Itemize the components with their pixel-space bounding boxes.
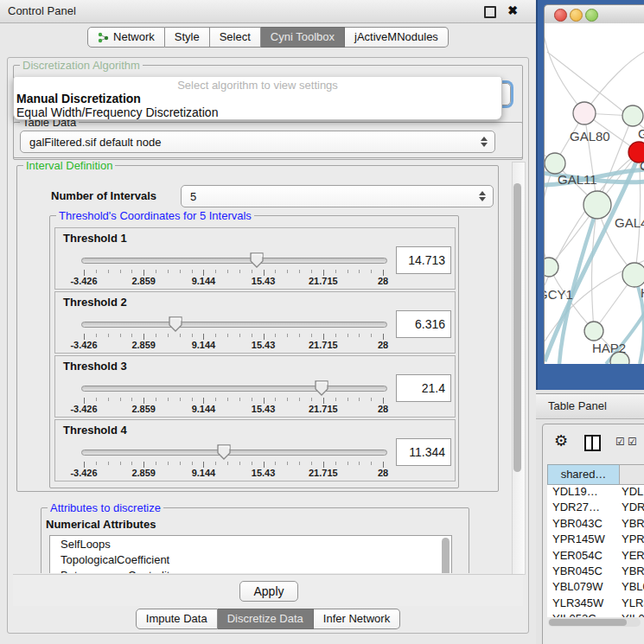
column-header-shared-name[interactable]: shared… (547, 464, 620, 485)
tab-label: Style (175, 29, 200, 46)
network-window-titlebar[interactable] (544, 4, 644, 25)
apply-button[interactable]: Apply (239, 581, 298, 602)
slider-thumb[interactable] (249, 252, 265, 269)
tick-mark (192, 270, 193, 273)
float-window-icon[interactable] (484, 6, 496, 18)
gear-icon[interactable]: ⚙ (554, 433, 568, 449)
network-node-green[interactable] (584, 322, 603, 341)
tab-network[interactable]: Network (87, 27, 165, 48)
cell-shared-name: YER054C (552, 549, 603, 562)
tick-label: 28 (378, 276, 388, 286)
tick-mark (192, 334, 193, 337)
slider-track[interactable] (81, 450, 387, 456)
threshold-value-input[interactable] (396, 310, 451, 338)
close-icon[interactable]: ✖ (507, 3, 518, 17)
slider-track[interactable] (81, 258, 387, 264)
node-label: GCY1 (545, 287, 573, 302)
tick-mark (168, 270, 169, 273)
tick-mark (359, 462, 360, 465)
tick-mark (359, 398, 360, 401)
scrollbar-thumb[interactable] (513, 183, 521, 472)
tick-label: 21.715 (309, 340, 338, 350)
bottom-tab-bar: Impute DataDiscretize DataInfer Network (0, 609, 536, 629)
tab-discretize-data[interactable]: Discretize Data (218, 609, 314, 629)
cell-shared-name: YBL079W (552, 580, 603, 593)
table-row[interactable]: YBR043CYBR0 (547, 517, 644, 532)
tick-label: 2.859 (131, 404, 156, 414)
table-data-combo-value: galFiltered.sif default node (29, 136, 161, 149)
network-node-green[interactable] (545, 153, 565, 174)
slider-track[interactable] (81, 322, 387, 328)
slider-thumb[interactable] (314, 379, 329, 397)
cell-shared-name: YBR045C (552, 564, 603, 577)
tick-mark (108, 270, 109, 273)
table-row[interactable]: YDR27…YDR2 (547, 501, 644, 516)
tick-mark (84, 334, 85, 340)
tab-impute-data[interactable]: Impute Data (136, 609, 218, 629)
network-node-green[interactable] (622, 105, 643, 126)
tick-mark (180, 270, 181, 273)
numerical-attributes-list[interactable]: SelfLoopsTopologicalCoefficientBetweenne… (49, 535, 452, 573)
table-row[interactable]: YDL19…YDL1 (547, 485, 644, 501)
tick-mark (348, 270, 348, 273)
tick-mark (143, 398, 144, 404)
table-data-combo[interactable]: galFiltered.sif default node (20, 131, 495, 153)
tick-mark (143, 270, 144, 276)
tab-style[interactable]: Style (165, 27, 210, 48)
tab-label: jActiveMNodules (354, 29, 438, 46)
dropdown-item-equal-width-frequency[interactable]: Equal Width/Frequency Discretization (16, 105, 218, 119)
tick-mark (168, 462, 169, 465)
attribute-list-item[interactable]: SelfLoops (50, 536, 451, 552)
tick-mark (227, 270, 228, 273)
tick-mark (348, 334, 348, 337)
slider-thumb[interactable] (216, 443, 232, 461)
table-row[interactable]: YER054CYER0 (547, 549, 644, 564)
number-of-intervals-label: Number of Intervals (51, 189, 156, 202)
table-row[interactable]: YPR145WYPR1 (547, 532, 644, 548)
tick-mark (264, 270, 265, 276)
tick-mark (311, 334, 312, 337)
network-node-green[interactable] (545, 258, 558, 277)
tick-mark (299, 398, 300, 401)
number-of-intervals-combo[interactable]: 5 (181, 185, 494, 207)
table-row[interactable]: YBR045CYBR0 (547, 564, 644, 580)
scrollbar-thumb[interactable] (549, 619, 627, 626)
table-row[interactable]: YBL079WYBL0 (547, 580, 644, 596)
tab-select[interactable]: Select (210, 27, 261, 48)
attribute-list-item[interactable]: TopologicalCoefficient (50, 552, 451, 567)
close-traffic-light-icon[interactable] (554, 9, 567, 22)
table-horizontal-scrollbar[interactable] (548, 618, 641, 627)
node-table[interactable]: shared… na YDL19…YDL1YDR27…YDR2YBR043CYB… (547, 464, 644, 617)
tick-label: 2.859 (131, 468, 156, 478)
zoom-traffic-light-icon[interactable] (585, 9, 598, 22)
tab-cyni-toolbox[interactable]: Cyni Toolbox (261, 27, 345, 48)
slider-track[interactable] (81, 386, 387, 392)
threshold-value-input[interactable] (396, 438, 451, 466)
network-node-green[interactable] (622, 263, 644, 287)
network-node-green[interactable] (583, 191, 611, 219)
settings-vertical-scrollbar[interactable] (512, 162, 526, 575)
network-node-pink[interactable] (573, 102, 596, 124)
tick-mark (252, 462, 252, 465)
table-row[interactable]: YLR345WYLR3 (547, 596, 644, 612)
minimize-traffic-light-icon[interactable] (570, 9, 583, 22)
tick-mark (323, 398, 324, 404)
attribute-list-item[interactable]: BetweennessCentrality (50, 567, 451, 573)
column-header-name[interactable]: na (619, 464, 644, 485)
dropdown-item-manual-discretization[interactable]: Manual Discretization (16, 92, 141, 105)
checkbox-icon[interactable]: ☑ (615, 437, 625, 447)
tab-infer-network[interactable]: Infer Network (314, 609, 400, 629)
tab-label: Discretize Data (227, 610, 303, 628)
network-canvas[interactable]: GAL80GCGAL11GAL4GCY1HHAP2 (544, 23, 644, 364)
threshold-value-input[interactable] (396, 374, 451, 402)
attributes-list-scrollbar[interactable] (442, 538, 450, 573)
node-label: GAL4 (615, 215, 644, 230)
threshold-value-input[interactable] (396, 246, 451, 274)
table-row[interactable]: YIL052CYIL0 (547, 612, 644, 617)
tick-label: -3.426 (70, 340, 97, 350)
tick-mark (275, 398, 276, 401)
columns-icon[interactable] (584, 435, 601, 451)
slider-thumb[interactable] (168, 316, 183, 333)
checkbox-icon[interactable]: ☑ (628, 437, 637, 447)
tab-jactivemnodules[interactable]: jActiveMNodules (345, 27, 449, 48)
